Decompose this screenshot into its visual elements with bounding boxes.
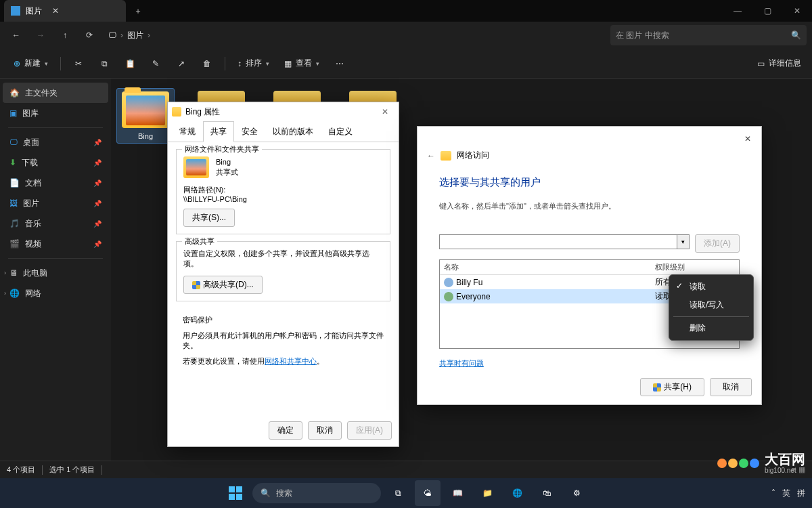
chevron-down-icon[interactable]: ▾ — [677, 235, 689, 249]
taskbar-app[interactable]: 📖 — [445, 480, 470, 506]
ime-indicator[interactable]: 英 — [782, 488, 790, 499]
pin-icon: 📌 — [93, 240, 102, 248]
tab-previous[interactable]: 以前的版本 — [265, 121, 321, 142]
pictures-icon: 🖼 — [9, 198, 18, 208]
apply-button[interactable]: 应用(A) — [347, 421, 392, 440]
more-button[interactable]: ⋯ — [328, 53, 352, 75]
menu-remove[interactable]: 删除 — [669, 319, 753, 337]
trouble-link[interactable]: 共享时有问题 — [439, 358, 484, 368]
minimize-button[interactable]: ― — [723, 0, 752, 22]
user-combobox[interactable]: ▾ — [439, 234, 690, 249]
taskbar-store[interactable]: 🛍 — [534, 480, 560, 506]
taskbar-edge[interactable]: 🌐 — [504, 480, 530, 506]
search-input[interactable]: 在 图片 中搜索 🔍 — [610, 25, 807, 45]
cancel-button[interactable]: 取消 — [710, 378, 752, 396]
tab-security[interactable]: 安全 — [234, 121, 265, 142]
sidebar-gallery[interactable]: ▣图库 — [3, 103, 108, 123]
chevron-right-icon[interactable]: › — [4, 290, 6, 297]
back-button[interactable]: ← — [5, 24, 27, 46]
sidebar-network[interactable]: ›🌐网络 — [3, 283, 108, 303]
svg-rect-2 — [229, 494, 235, 500]
cut-button[interactable]: ✂ — [66, 53, 91, 75]
tab-general[interactable]: 常规 — [172, 121, 203, 142]
tab-close-button[interactable]: ✕ — [47, 3, 64, 19]
taskbar-settings[interactable]: ⚙ — [564, 480, 589, 506]
svg-rect-0 — [229, 486, 235, 492]
paste-button[interactable]: 📋 — [118, 53, 142, 75]
share-button[interactable]: ↗ — [169, 53, 194, 75]
refresh-button[interactable]: ⟳ — [78, 24, 100, 46]
ime-mode[interactable]: 拼 — [797, 488, 805, 499]
sidebar-music[interactable]: 🎵音乐📌 — [3, 213, 108, 234]
folder-bing[interactable]: Bing — [116, 88, 175, 144]
list-header: 名称 权限级别 — [440, 260, 739, 275]
taskbar-explorer[interactable]: 📁 — [474, 480, 500, 506]
plus-circle-icon: ⊕ — [14, 59, 20, 68]
sort-button[interactable]: ↕ 排序 ▾ — [231, 53, 276, 75]
menu-readwrite[interactable]: 读取/写入 — [669, 296, 753, 314]
watermark-logo — [717, 459, 738, 468]
taskbar-right: ˄ 英 拼 — [771, 488, 805, 499]
menu-read[interactable]: 读取 — [669, 278, 753, 296]
new-tab-button[interactable]: ＋ — [130, 3, 146, 19]
tray-chevron-icon[interactable]: ˄ — [771, 488, 775, 498]
share-button[interactable]: 共享(H) — [640, 378, 704, 396]
desktop-icon: 🖵 — [9, 137, 18, 147]
breadcrumb[interactable]: 🖵 › 图片 › — [103, 30, 156, 41]
svg-rect-1 — [236, 486, 242, 492]
taskbar-search[interactable]: 🔍搜索 — [252, 483, 381, 503]
rename-button[interactable]: ✎ — [143, 53, 168, 75]
share-button[interactable]: 共享(S)... — [183, 209, 235, 227]
taskbar: 🔍搜索 ⧉ 🌤 📖 📁 🌐 🛍 ⚙ ˄ 英 拼 — [0, 478, 812, 508]
trash-icon: 🗑 — [203, 59, 211, 68]
delete-button[interactable]: 🗑 — [195, 53, 219, 75]
taskbar-app[interactable]: 🌤 — [415, 480, 441, 506]
dialog-buttons: 共享(H) 取消 — [640, 378, 752, 396]
tab-customize[interactable]: 自定义 — [321, 121, 360, 142]
ok-button[interactable]: 确定 — [269, 421, 302, 440]
separator — [673, 316, 749, 317]
advanced-share-button[interactable]: 高级共享(D)... — [183, 276, 263, 294]
sidebar-downloads[interactable]: ⬇下载📌 — [3, 152, 108, 173]
shield-icon — [653, 383, 661, 391]
cancel-button[interactable]: 取消 — [308, 421, 342, 440]
dialog-titlebar[interactable]: Bing 属性 ✕ — [168, 102, 399, 121]
forward-button[interactable]: → — [30, 24, 51, 46]
details-pane-button[interactable]: ▭ 详细信息 — [753, 58, 805, 69]
sidebar-home[interactable]: 🏠主文件夹 — [3, 83, 108, 103]
breadcrumb-item[interactable]: 图片 — [127, 30, 143, 41]
tab-share[interactable]: 共享 — [203, 121, 234, 142]
up-button[interactable]: ↑ — [54, 24, 76, 46]
adv-description: 设置自定义权限，创建多个共享，并设置其他高级共享选项。 — [183, 249, 383, 269]
network-icon: 🌐 — [9, 289, 20, 298]
chevron-down-icon: ▾ — [45, 60, 48, 67]
group-title: 网络文件和文件夹共享 — [182, 144, 262, 154]
start-button[interactable] — [223, 480, 248, 506]
network-center-link[interactable]: 网络和共享中心 — [265, 357, 317, 365]
maximize-button[interactable]: ▢ — [752, 0, 782, 22]
sidebar-thispc[interactable]: ›🖥此电脑 — [3, 263, 108, 283]
user-input[interactable] — [440, 237, 677, 247]
chevron-right-icon[interactable]: › — [4, 270, 6, 276]
add-button[interactable]: 添加(A) — [695, 234, 740, 253]
copy-button[interactable]: ⧉ — [92, 53, 116, 75]
view-button[interactable]: ▦ 查看 ▾ — [277, 53, 326, 75]
back-button[interactable]: ← — [427, 151, 435, 161]
sidebar-documents[interactable]: 📄文档📌 — [3, 173, 108, 193]
close-window-button[interactable]: ✕ — [782, 0, 812, 22]
column-name[interactable]: 名称 — [440, 260, 651, 274]
close-button[interactable]: ✕ — [738, 131, 757, 147]
task-view-button[interactable]: ⧉ — [385, 480, 411, 506]
window-tab[interactable]: 图片 ✕ — [4, 0, 126, 22]
column-permission[interactable]: 权限级别 — [651, 260, 739, 274]
sidebar-pictures[interactable]: 🖼图片📌 — [3, 193, 108, 213]
dialog-heading: 选择要与其共享的用户 — [439, 176, 740, 189]
folder-icon — [183, 156, 209, 178]
sidebar-desktop[interactable]: 🖵桌面📌 — [3, 132, 108, 152]
close-button[interactable]: ✕ — [376, 105, 394, 119]
new-button[interactable]: ⊕ 新建 ▾ — [7, 53, 55, 75]
shield-icon — [192, 281, 200, 289]
sidebar-videos[interactable]: 🎬视频📌 — [3, 234, 108, 254]
pin-icon: 📌 — [93, 220, 102, 228]
folder-name: Bing — [216, 157, 238, 167]
